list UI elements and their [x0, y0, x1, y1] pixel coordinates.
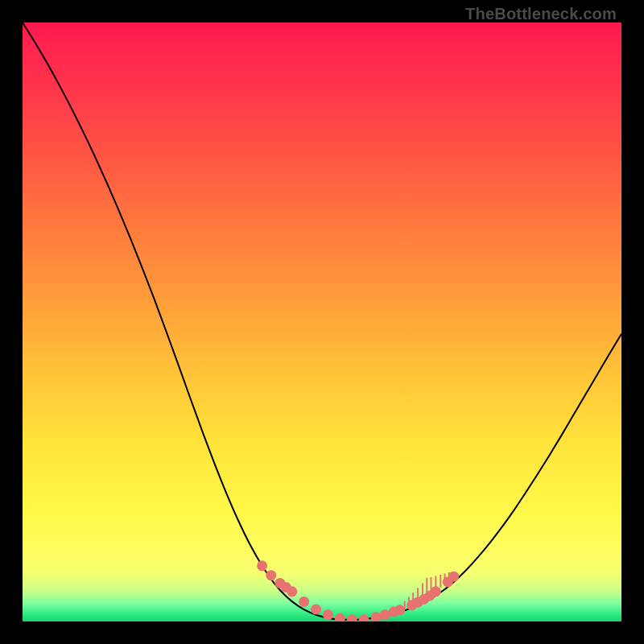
data-marker — [394, 605, 405, 615]
data-marker — [287, 586, 297, 597]
plot-area — [23, 23, 621, 621]
data-marker — [448, 572, 459, 582]
bottleneck-curve — [23, 23, 621, 620]
data-marker — [359, 614, 369, 621]
chart-frame: TheBottleneck.com — [0, 0, 644, 644]
data-marker — [311, 605, 321, 615]
data-marker — [370, 612, 381, 621]
data-marker — [347, 614, 357, 621]
data-marker — [257, 560, 267, 571]
data-marker — [266, 570, 276, 580]
curve-svg — [23, 23, 621, 621]
watermark-text: TheBottleneck.com — [465, 5, 617, 23]
data-marker — [380, 609, 390, 620]
data-marker — [299, 597, 309, 607]
data-marker — [323, 609, 333, 620]
data-marker — [335, 613, 345, 621]
data-marker — [431, 586, 441, 597]
